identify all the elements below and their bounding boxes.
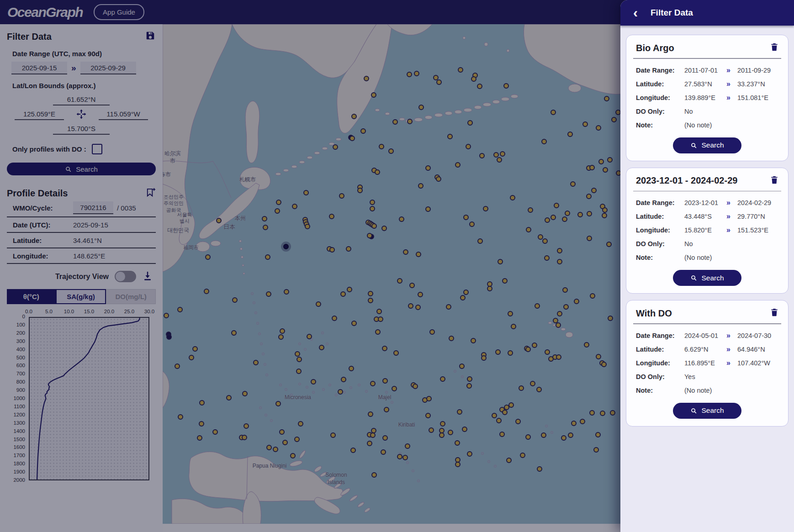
card-search-button[interactable]: Search — [673, 137, 741, 153]
row-value-from: 139.889°E — [684, 94, 726, 101]
row-value: (No note) — [684, 387, 783, 394]
row-value-from: 43.448°S — [684, 213, 726, 220]
card-divider — [633, 58, 781, 59]
row-label: Note: — [636, 387, 684, 394]
delete-filter-button[interactable] — [769, 308, 780, 319]
row-value-to: 107.402°W — [737, 359, 783, 367]
row-label: Note: — [636, 121, 684, 129]
card-search-button[interactable]: Search — [673, 270, 741, 286]
row-label: Latitude: — [636, 80, 684, 88]
row-value-to: 2024-07-30 — [737, 332, 783, 339]
card-title: 2023-12-01 - 2024-02-29 — [636, 175, 737, 186]
card-search-label: Search — [701, 406, 724, 415]
row-label: Latitude: — [636, 346, 684, 353]
row-label: Date Range: — [636, 332, 684, 339]
row-value-from: 6.629°N — [684, 346, 726, 353]
range-chevron-icon: » — [726, 332, 737, 340]
card-divider — [633, 323, 781, 324]
row-label: Longitude: — [636, 359, 684, 367]
card-title: With DO — [636, 308, 672, 319]
range-chevron-icon: » — [726, 359, 737, 367]
row-value-from: 2023-12-01 — [684, 199, 726, 206]
row-value: (No note) — [684, 254, 783, 261]
row-value-to: 33.237°N — [737, 80, 783, 88]
row-value: No — [684, 240, 783, 248]
saved-filter-card: Bio Argo Date Range:2011-07-01»2011-09-2… — [626, 35, 789, 161]
card-divider — [633, 191, 781, 192]
range-chevron-icon: » — [726, 226, 737, 234]
back-chevron-icon[interactable]: ‹ — [633, 7, 638, 19]
row-label: Date Range: — [636, 67, 684, 74]
row-label: Note: — [636, 254, 684, 261]
trash-icon — [770, 42, 779, 54]
trash-icon — [770, 175, 779, 187]
row-label: Latitude: — [636, 213, 684, 220]
row-label: DO Only: — [636, 108, 684, 115]
row-value: (No note) — [684, 121, 783, 129]
row-value-from: 2024-05-01 — [684, 332, 726, 339]
saved-filters-drawer: ‹ Filter Data Bio Argo Date Range:2011-0… — [620, 0, 794, 532]
row-value-from: 27.583°N — [684, 80, 726, 88]
row-value: Yes — [684, 373, 783, 380]
saved-filter-card: With DO Date Range:2024-05-01»2024-07-30… — [626, 300, 789, 427]
row-value-from: 15.820°E — [684, 226, 726, 234]
delete-filter-button[interactable] — [769, 175, 780, 186]
row-label: DO Only: — [636, 373, 684, 380]
row-value-to: 64.946°N — [737, 346, 783, 353]
card-search-label: Search — [701, 274, 724, 282]
row-label: Date Range: — [636, 199, 684, 206]
card-search-label: Search — [701, 141, 724, 149]
row-value-to: 151.523°E — [737, 226, 783, 234]
saved-filter-card: 2023-12-01 - 2024-02-29 Date Range:2023-… — [626, 168, 789, 294]
search-icon — [690, 274, 697, 281]
range-chevron-icon: » — [726, 80, 737, 88]
drawer-title: Filter Data — [651, 8, 693, 18]
saved-filter-cards: Bio Argo Date Range:2011-07-01»2011-09-2… — [620, 26, 794, 436]
delete-filter-button[interactable] — [769, 42, 780, 53]
range-chevron-icon: » — [726, 345, 737, 353]
row-value: No — [684, 108, 783, 115]
row-value-from: 116.895°E — [684, 359, 726, 367]
row-label: Longitude: — [636, 94, 684, 101]
row-label: Longitude: — [636, 226, 684, 234]
card-search-button[interactable]: Search — [673, 403, 741, 419]
drawer-header: ‹ Filter Data — [620, 0, 794, 26]
search-icon — [690, 407, 697, 414]
range-chevron-icon: » — [726, 212, 737, 221]
row-value-to: 151.081°E — [737, 94, 783, 101]
row-value-to: 29.770°N — [737, 213, 783, 220]
search-icon — [690, 142, 697, 149]
range-chevron-icon: » — [726, 199, 737, 207]
row-value-to: 2011-09-29 — [737, 67, 783, 74]
row-label: DO Only: — [636, 240, 684, 248]
trash-icon — [770, 307, 779, 319]
row-value-to: 2024-02-29 — [737, 199, 783, 206]
app: 哈尔滨 市春市札幌市조선민주 주의인민 공화국서울특 별시대한민국本州日本福岡市… — [0, 0, 794, 532]
range-chevron-icon: » — [726, 66, 737, 74]
row-value-from: 2011-07-01 — [684, 67, 726, 74]
range-chevron-icon: » — [726, 94, 737, 102]
card-title: Bio Argo — [636, 43, 674, 53]
